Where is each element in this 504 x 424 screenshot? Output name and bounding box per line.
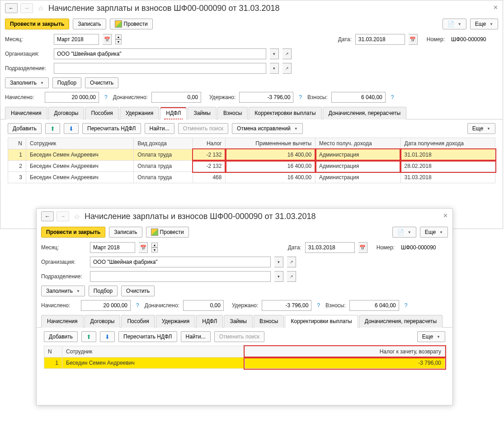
- post-and-close-button[interactable]: Провести и закрыть: [41, 227, 105, 233]
- nav-forward-button[interactable]: →: [57, 211, 69, 221]
- help-icon[interactable]: ?: [389, 94, 396, 100]
- table-row[interactable]: 2Беседин Семен АндреевичОплата труда-2 1…: [8, 161, 495, 172]
- fill-button[interactable]: Заполнить: [5, 77, 49, 88]
- window-title: Начисление зарплаты и взносов ШФ00-00009…: [85, 212, 316, 221]
- add-button[interactable]: Добавить: [8, 123, 42, 134]
- month-stepper[interactable]: ▲▼: [115, 34, 122, 44]
- dept-field[interactable]: [54, 63, 266, 74]
- attach-menu-button[interactable]: 📄: [392, 227, 416, 233]
- contrib-input[interactable]: [331, 92, 386, 103]
- org-label: Организация:: [5, 51, 50, 57]
- ndfl-table: NСотрудникВид доходаНалогПримененные выч…: [8, 138, 495, 183]
- date-label: Дата:: [338, 36, 352, 43]
- pick-button[interactable]: Подбор: [52, 77, 81, 88]
- tab-8[interactable]: Доначисления, перерасчеты: [323, 107, 406, 119]
- tab-5[interactable]: Займы: [188, 107, 217, 119]
- withheld-label: Удержано:: [209, 94, 236, 100]
- tab-4[interactable]: НДФЛ: [160, 107, 187, 119]
- number-label: Номер:: [427, 36, 445, 43]
- payroll-window-1: ✕ ← → ☆ Начисление зарплаты и взносов ШФ…: [0, 0, 503, 229]
- month-field[interactable]: Март 2018: [54, 34, 99, 45]
- tab-7[interactable]: Корректировки выплаты: [249, 107, 321, 119]
- post-button[interactable]: Провести: [110, 19, 153, 29]
- col-header[interactable]: Налог: [193, 138, 226, 149]
- post-label: Провести: [160, 229, 184, 233]
- col-header[interactable]: Место получ. дохода: [316, 138, 400, 149]
- org-dropdown-icon[interactable]: ▾: [270, 48, 279, 59]
- save-button[interactable]: Записать: [73, 19, 106, 29]
- org-open-icon[interactable]: ↗: [283, 48, 292, 59]
- nav-back-button[interactable]: ←: [5, 3, 18, 13]
- month-calendar-icon[interactable]: [103, 34, 112, 45]
- close-icon[interactable]: ✕: [493, 4, 498, 11]
- nav-forward-button[interactable]: →: [20, 3, 33, 13]
- col-header[interactable]: Сотрудник: [26, 138, 134, 149]
- move-up-button[interactable]: ⬆: [45, 123, 60, 134]
- attach-icon: 📄: [447, 21, 454, 27]
- table-row[interactable]: 1Беседин Семен АндреевичОплата труда-2 1…: [8, 149, 495, 161]
- clear-button[interactable]: Очистить: [85, 77, 118, 88]
- org-field[interactable]: ООО "Швейная фабрика": [54, 48, 266, 59]
- accrued-label: Начислено:: [5, 94, 41, 100]
- addl-input[interactable]: [151, 92, 201, 103]
- attach-menu-button[interactable]: 📄: [443, 19, 466, 29]
- close-icon[interactable]: ✕: [443, 212, 448, 219]
- tab-0[interactable]: Начисления: [5, 107, 47, 119]
- recalc-button[interactable]: Пересчитать НДФЛ: [82, 123, 141, 134]
- cancel-find-button[interactable]: Отменить поиск: [178, 123, 228, 134]
- accrued-input[interactable]: [45, 92, 99, 103]
- more-menu-button[interactable]: Еще: [420, 227, 448, 233]
- sub-more-button[interactable]: Еще: [467, 123, 495, 134]
- month-label: Месяц:: [5, 36, 50, 43]
- post-button[interactable]: Провести: [146, 227, 189, 233]
- col-header[interactable]: N: [8, 138, 26, 149]
- date-field[interactable]: 31.03.2018: [355, 34, 405, 45]
- tab-1[interactable]: Договоры: [48, 107, 85, 119]
- move-down-button[interactable]: ⬇: [64, 123, 79, 134]
- post-icon: [151, 229, 158, 233]
- window-title: Начисление зарплаты и взносов ШФ00-00009…: [48, 4, 280, 13]
- attach-icon: 📄: [397, 229, 404, 233]
- withheld-input[interactable]: [239, 92, 293, 103]
- nav-back-button[interactable]: ←: [41, 211, 54, 221]
- favorite-star-icon[interactable]: ☆: [72, 212, 82, 221]
- addl-label: Доначислено:: [113, 94, 148, 100]
- help-icon[interactable]: ?: [103, 94, 109, 100]
- help-icon[interactable]: ?: [297, 94, 304, 100]
- dept-open-icon[interactable]: ↗: [283, 63, 292, 74]
- arrow-up-icon: ⬆: [50, 125, 55, 132]
- post-and-close-button[interactable]: Провести и закрыть: [5, 19, 69, 29]
- favorite-star-icon[interactable]: ☆: [36, 4, 46, 13]
- col-header[interactable]: Примененные вычеты: [226, 138, 316, 149]
- dept-label: Подразделение:: [5, 65, 50, 71]
- table-row[interactable]: 3Беседин Семен АндреевичОплата труда4681…: [8, 172, 495, 183]
- post-icon: [115, 20, 122, 28]
- more-menu-button[interactable]: Еще: [470, 19, 498, 29]
- post-label: Провести: [124, 21, 148, 27]
- col-header[interactable]: Дата получения дохода: [400, 138, 495, 149]
- number-value: ШФ00-000090: [448, 34, 498, 45]
- tab-6[interactable]: Взносы: [217, 107, 248, 119]
- arrow-down-icon: ⬇: [69, 125, 74, 132]
- date-calendar-icon[interactable]: [409, 34, 418, 45]
- find-button[interactable]: Найти...: [145, 123, 174, 134]
- col-header[interactable]: Вид дохода: [134, 138, 193, 149]
- cancel-corrections-button[interactable]: Отмена исправлений: [232, 123, 303, 134]
- payroll-window-2: ✕ ← → ☆ Начисление зарплаты и взносов ШФ…: [36, 208, 453, 233]
- contrib-label: Взносы:: [307, 94, 328, 100]
- tab-3[interactable]: Удержания: [120, 107, 160, 119]
- dept-dropdown-icon[interactable]: ▾: [270, 63, 279, 74]
- tabs-bar-1: НачисленияДоговорыПособияУдержанияНДФЛЗа…: [0, 106, 503, 119]
- save-button[interactable]: Записать: [109, 227, 142, 233]
- tab-2[interactable]: Пособия: [85, 107, 118, 119]
